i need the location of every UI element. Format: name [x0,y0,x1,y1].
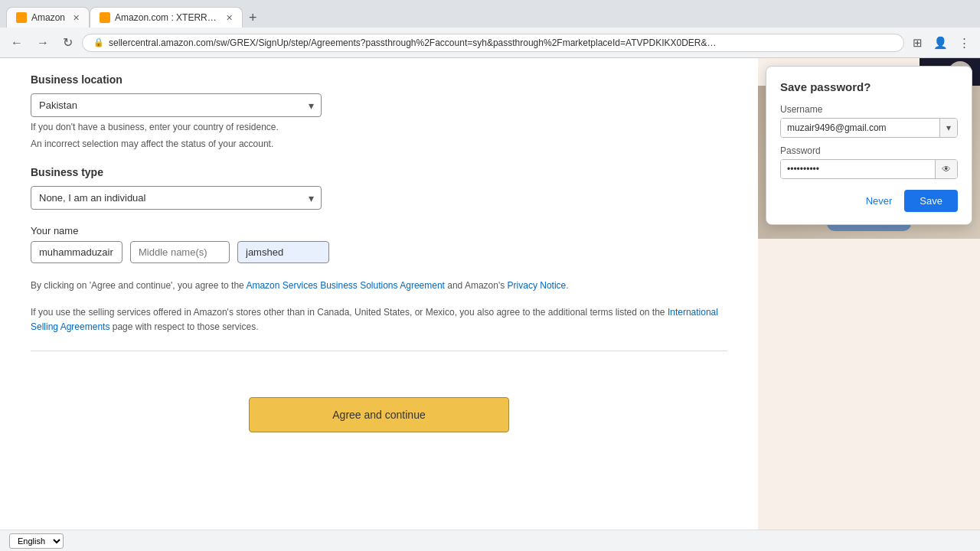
password-field: Password 👁 [780,145,958,179]
save-button[interactable]: Save [904,190,958,212]
business-location-select-wrapper: Pakistan ▾ [31,93,322,117]
legal-text-1-end: . [566,280,568,291]
username-input-wrap: ▾ [780,118,958,138]
tab-amazon-label: Amazon [31,12,65,23]
main-area: Business location Pakistan ▾ If you don'… [0,58,758,530]
xterra-favicon [100,12,110,23]
password-label: Password [780,145,958,156]
dialog-actions: Never Save [780,190,958,212]
legal-text-2-suffix: page with respect to those services. [109,321,258,332]
url-text: sellercentral.amazon.com/sw/GREX/SignUp/… [109,37,721,48]
divider [31,350,727,351]
privacy-notice-link[interactable]: Privacy Notice [508,280,567,291]
tab-xterra[interactable]: Amazon.com : XTERRA Fitness F... ✕ [90,7,243,28]
business-type-title: Business type [31,166,727,178]
tab-amazon-close[interactable]: ✕ [73,13,80,23]
business-location-title: Business location [31,73,727,86]
nav-bar: ← → ↻ 🔒 sellercentral.amazon.com/sw/GREX… [0,28,980,58]
username-input[interactable] [781,119,939,137]
amazon-favicon [16,12,27,23]
legal-text-2-prefix: If you use the selling services offered … [31,307,668,318]
address-bar[interactable]: 🔒 sellercentral.amazon.com/sw/GREX/SignU… [82,34,904,52]
legal-text-2: If you use the selling services offered … [31,305,727,334]
password-toggle-button[interactable]: 👁 [935,160,957,178]
last-name-input[interactable] [237,241,329,263]
spacer [31,367,727,397]
profile-button[interactable]: 👤 [929,33,952,53]
language-selector[interactable]: English [9,533,64,549]
name-fields [31,241,727,263]
bottom-bar: English [0,530,980,551]
agree-continue-button[interactable]: Agree and continue [249,397,509,432]
lock-icon: 🔒 [93,37,104,47]
tab-amazon[interactable]: Amazon ✕ [6,7,90,28]
save-password-dialog: Save password? Username ▾ Password 👁 [766,66,972,225]
password-input-wrap: 👁 [780,159,958,179]
username-field: Username ▾ [780,104,958,138]
extensions-button[interactable]: ⊞ [909,33,926,53]
legal-text-1-and: and Amazon's [445,280,508,291]
reload-button[interactable]: ↻ [58,32,77,53]
never-button[interactable]: Never [860,190,899,212]
legal-text-1: By clicking on 'Agree and continue', you… [31,279,727,293]
business-type-group: Business type None, I am an individual ▾ [31,166,727,210]
middle-name-input[interactable] [130,241,230,263]
back-button[interactable]: ← [6,33,28,53]
business-location-helper1: If you don't have a business, enter your… [31,120,727,134]
nav-right: ⊞ 👤 ⋮ [909,33,974,53]
menu-button[interactable]: ⋮ [955,33,974,53]
dialog-title: Save password? [780,80,958,93]
business-type-select-wrapper: None, I am an individual ▾ [31,186,322,210]
first-name-input[interactable] [31,241,122,263]
business-location-helper2: An incorrect selection may affect the st… [31,137,727,151]
business-location-select[interactable]: Pakistan [31,93,322,117]
your-name-label: Your name [31,225,727,236]
right-panel: afp ✳ ✳ ✳ ✦ [758,58,980,530]
new-tab-button[interactable]: + [243,10,263,26]
forward-button[interactable]: → [32,33,54,53]
username-dropdown-button[interactable]: ▾ [939,119,957,137]
legal-text-1-prefix: By clicking on 'Agree and continue', you… [31,280,246,291]
username-label: Username [780,104,958,115]
business-location-group: Business location Pakistan ▾ If you don'… [31,73,727,151]
password-input[interactable] [781,160,935,178]
your-name-group: Your name [31,225,727,263]
tab-bar: Amazon ✕ Amazon.com : XTERRA Fitness F..… [0,0,980,28]
page-content: Business location Pakistan ▾ If you don'… [0,58,980,530]
tab-xterra-label: Amazon.com : XTERRA Fitness F... [115,12,218,23]
business-type-select[interactable]: None, I am an individual [31,186,322,210]
tab-xterra-close[interactable]: ✕ [226,13,233,23]
amazon-services-agreement-link[interactable]: Amazon Services Business Solutions Agree… [246,280,444,291]
